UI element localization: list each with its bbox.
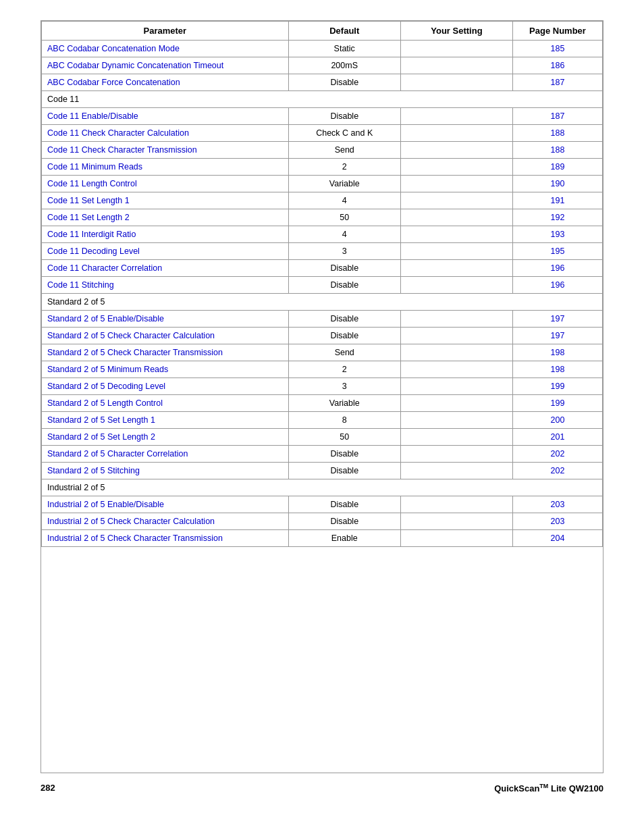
page-cell: 200	[513, 412, 603, 429]
page-link[interactable]: 188	[551, 145, 565, 155]
setting-cell[interactable]	[400, 41, 512, 57]
page-link[interactable]: 192	[551, 213, 565, 222]
table-row: Code 11 Set Length 250192	[42, 209, 603, 226]
footer-page-number: 282	[41, 783, 55, 793]
setting-cell[interactable]	[400, 142, 512, 159]
page-link[interactable]: 202	[551, 466, 565, 475]
default-cell: 4	[288, 226, 400, 243]
param-link[interactable]: Standard 2 of 5 Set Length 1	[47, 415, 155, 425]
param-link[interactable]: Code 11 Interdigit Ratio	[47, 230, 136, 239]
page-link[interactable]: 198	[551, 365, 565, 374]
setting-cell[interactable]	[400, 74, 512, 91]
param-link[interactable]: Standard 2 of 5 Check Character Calculat…	[47, 331, 215, 340]
param-link[interactable]: Standard 2 of 5 Length Control	[47, 398, 163, 408]
param-link[interactable]: ABC Codabar Concatenation Mode	[47, 44, 180, 53]
param-link[interactable]: Industrial 2 of 5 Enable/Disable	[47, 500, 164, 509]
setting-cell[interactable]	[400, 446, 512, 463]
param-cell: Standard 2 of 5 Set Length 1	[42, 412, 289, 429]
param-link[interactable]: Standard 2 of 5 Character Correlation	[47, 449, 188, 459]
page-link[interactable]: 198	[551, 348, 565, 357]
table-row: Standard 2 of 5 Check Character Transmis…	[42, 344, 603, 361]
page-link[interactable]: 200	[551, 415, 565, 425]
page-link[interactable]: 196	[551, 280, 565, 290]
setting-cell[interactable]	[400, 463, 512, 479]
page-link[interactable]: 186	[551, 61, 565, 70]
param-link[interactable]: Code 11 Length Control	[47, 179, 137, 188]
param-cell: Code 11 Minimum Reads	[42, 159, 289, 176]
param-link[interactable]: Standard 2 of 5 Stitching	[47, 466, 140, 475]
page-link[interactable]: 193	[551, 230, 565, 239]
page-link[interactable]: 191	[551, 196, 565, 205]
page-link[interactable]: 190	[551, 179, 565, 188]
page-link[interactable]: 199	[551, 398, 565, 408]
setting-cell[interactable]	[400, 361, 512, 378]
param-link[interactable]: Code 11 Decoding Level	[47, 246, 140, 256]
page-cell: 199	[513, 378, 603, 395]
param-link[interactable]: Standard 2 of 5 Enable/Disable	[47, 314, 164, 323]
setting-cell[interactable]	[400, 243, 512, 260]
setting-cell[interactable]	[400, 108, 512, 125]
setting-cell[interactable]	[400, 429, 512, 446]
param-cell: Code 11 Character Correlation	[42, 260, 289, 277]
setting-cell[interactable]	[400, 530, 512, 547]
param-link[interactable]: Code 11 Minimum Reads	[47, 162, 142, 172]
setting-cell[interactable]	[400, 513, 512, 530]
page-link[interactable]: 195	[551, 246, 565, 256]
param-link[interactable]: Standard 2 of 5 Set Length 2	[47, 432, 155, 442]
setting-cell[interactable]	[400, 277, 512, 294]
setting-cell[interactable]	[400, 378, 512, 395]
param-link[interactable]: ABC Codabar Force Concatenation	[47, 78, 180, 87]
default-cell: Disable	[288, 277, 400, 294]
param-cell: Code 11 Length Control	[42, 176, 289, 192]
param-cell: Standard 2 of 5 Check Character Transmis…	[42, 344, 289, 361]
page-link[interactable]: 199	[551, 382, 565, 391]
setting-cell[interactable]	[400, 260, 512, 277]
page-link[interactable]: 203	[551, 500, 565, 509]
page-link[interactable]: 187	[551, 111, 565, 121]
param-cell: Standard 2 of 5 Decoding Level	[42, 378, 289, 395]
page-cell: 199	[513, 395, 603, 412]
setting-cell[interactable]	[400, 209, 512, 226]
setting-cell[interactable]	[400, 328, 512, 344]
setting-cell[interactable]	[400, 192, 512, 209]
param-link[interactable]: Code 11 Enable/Disable	[47, 111, 138, 121]
section-label: Standard 2 of 5	[42, 294, 603, 311]
page-link[interactable]: 185	[551, 44, 565, 53]
default-cell: Static	[288, 41, 400, 57]
param-link[interactable]: Code 11 Set Length 2	[47, 213, 130, 222]
param-cell: Standard 2 of 5 Check Character Calculat…	[42, 328, 289, 344]
param-cell: Industrial 2 of 5 Check Character Calcul…	[42, 513, 289, 530]
page-link[interactable]: 188	[551, 128, 565, 138]
param-link[interactable]: Code 11 Check Character Calculation	[47, 128, 189, 138]
setting-cell[interactable]	[400, 125, 512, 142]
setting-cell[interactable]	[400, 311, 512, 328]
page-link[interactable]: 201	[551, 432, 565, 442]
page-link[interactable]: 197	[551, 314, 565, 323]
page-link[interactable]: 189	[551, 162, 565, 172]
page-link[interactable]: 202	[551, 449, 565, 459]
setting-cell[interactable]	[400, 412, 512, 429]
param-link[interactable]: Industrial 2 of 5 Check Character Calcul…	[47, 517, 215, 526]
param-link[interactable]: Standard 2 of 5 Check Character Transmis…	[47, 348, 223, 357]
page-link[interactable]: 204	[551, 533, 565, 543]
setting-cell[interactable]	[400, 226, 512, 243]
table-row: Industrial 2 of 5 Check Character Calcul…	[42, 513, 603, 530]
setting-cell[interactable]	[400, 176, 512, 192]
param-link[interactable]: Code 11 Character Correlation	[47, 263, 162, 273]
page-link[interactable]: 197	[551, 331, 565, 340]
setting-cell[interactable]	[400, 159, 512, 176]
param-link[interactable]: ABC Codabar Dynamic Concatenation Timeou…	[47, 61, 223, 70]
param-link[interactable]: Industrial 2 of 5 Check Character Transm…	[47, 533, 223, 543]
param-link[interactable]: Code 11 Set Length 1	[47, 196, 130, 205]
page-link[interactable]: 196	[551, 263, 565, 273]
setting-cell[interactable]	[400, 344, 512, 361]
page-link[interactable]: 203	[551, 517, 565, 526]
setting-cell[interactable]	[400, 496, 512, 513]
setting-cell[interactable]	[400, 395, 512, 412]
param-link[interactable]: Standard 2 of 5 Decoding Level	[47, 382, 165, 391]
param-link[interactable]: Code 11 Check Character Transmission	[47, 145, 197, 155]
setting-cell[interactable]	[400, 57, 512, 74]
param-link[interactable]: Standard 2 of 5 Minimum Reads	[47, 365, 168, 374]
param-link[interactable]: Code 11 Stitching	[47, 280, 114, 290]
page-link[interactable]: 187	[551, 78, 565, 87]
